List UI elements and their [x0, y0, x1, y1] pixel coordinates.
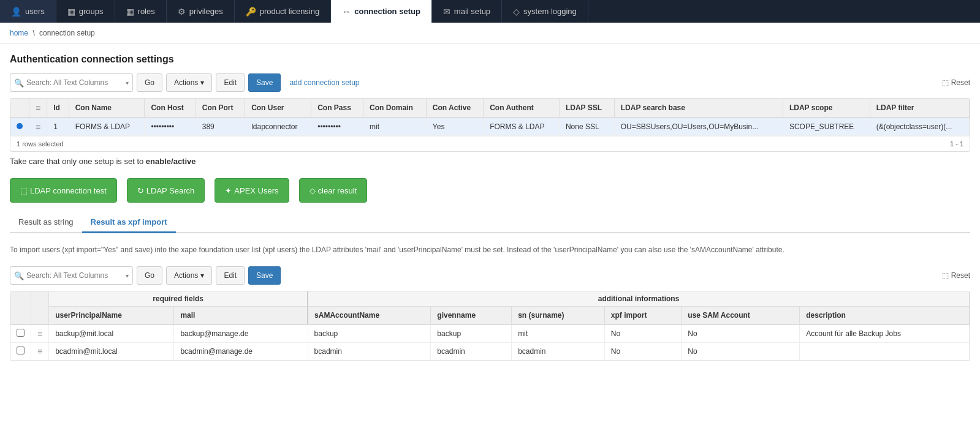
td-ldap-filter: (&(objectclass=user)(...: [870, 118, 969, 136]
ldap-search-icon: ↻: [137, 186, 144, 195]
td2-description-1: Account für alle Backup Jobs: [800, 324, 970, 343]
note-text: Take care that only one setup is set to …: [10, 157, 970, 166]
ldap-search-button[interactable]: ↻ LDAP Search: [127, 178, 205, 203]
note-bold: enable/active: [146, 157, 196, 166]
td2-mail-2: bcadmin@manage.de: [174, 343, 308, 361]
save-button-1[interactable]: Save: [248, 73, 281, 92]
nav-item-users[interactable]: 👤users: [0, 0, 56, 23]
section-title: Authentication connection settings: [10, 54, 970, 65]
td-con-host: •••••••••: [145, 118, 196, 136]
main-content: Authentication connection settings 🔍 ▾ G…: [0, 44, 980, 371]
th2-mail: mail: [174, 307, 308, 325]
nav-item-connection-setup[interactable]: ↔connection setup: [331, 0, 432, 23]
go-button-2[interactable]: Go: [137, 266, 162, 285]
row-checkbox-1[interactable]: [17, 329, 25, 337]
tab-result-string[interactable]: Result as string: [10, 212, 82, 233]
td2-check-1[interactable]: [10, 324, 31, 343]
table-row[interactable]: ≡ backup@mit.local backup@manage.de back…: [10, 324, 970, 343]
nav-icon-groups: ▦: [67, 7, 75, 17]
ldap-test-button[interactable]: ⬚ LDAP connection test: [10, 178, 117, 203]
td-con-port: 389: [196, 118, 245, 136]
nav-icon-mail-setup: ✉: [443, 7, 450, 17]
td-ldap-scope: SCOPE_SUBTREE: [783, 118, 870, 136]
clear-result-icon: ◇: [310, 186, 316, 195]
search-input-2[interactable]: [26, 271, 124, 280]
table-footer-1: 1 rows selected 1 - 1: [10, 136, 970, 151]
td2-givenname-2: bcadmin: [431, 343, 512, 361]
th-id: Id: [47, 99, 69, 118]
td-con-active: Yes: [426, 118, 483, 136]
nav-label-users: users: [25, 7, 45, 16]
td-ldap-ssl: None SSL: [559, 118, 614, 136]
tab-result-xpf[interactable]: Result as xpf import: [82, 212, 176, 233]
nav-label-product-licensing: product licensing: [260, 7, 320, 16]
clear-result-button[interactable]: ◇ clear result: [299, 178, 368, 203]
pagination-label: 1 - 1: [950, 140, 963, 148]
nav-icon-roles: ▦: [126, 7, 134, 17]
th-con-domain: Con Domain: [363, 99, 427, 118]
th2-sam: sAMAccountName: [308, 307, 431, 325]
go-button-1[interactable]: Go: [137, 73, 162, 92]
table-row[interactable]: ≡ 1 FORMS & LDAP ••••••••• 389 ldapconne…: [10, 118, 970, 136]
nav-item-system-logging[interactable]: ◇system logging: [502, 0, 588, 23]
nav-icon-system-logging: ◇: [513, 7, 520, 17]
edit-button-1[interactable]: Edit: [216, 73, 245, 92]
row2-menu-icon-2[interactable]: ≡: [37, 347, 42, 356]
col-menu-icon[interactable]: ≡: [36, 103, 40, 113]
th-ldap-filter: LDAP filter: [870, 99, 969, 118]
table-row[interactable]: ≡ bcadmin@mit.local bcadmin@manage.de bc…: [10, 343, 970, 361]
nav-item-product-licensing[interactable]: 🔑product licensing: [235, 0, 332, 23]
td2-sam-2: bcadmin: [308, 343, 431, 361]
search-caret-icon-2[interactable]: ▾: [126, 272, 129, 279]
nav-item-groups[interactable]: ▦groups: [56, 0, 115, 23]
nav-label-mail-setup: mail setup: [454, 7, 490, 16]
actions-button-2[interactable]: Actions ▾: [166, 266, 212, 285]
breadcrumb-home[interactable]: home: [10, 29, 28, 37]
search-input-1[interactable]: [26, 78, 124, 87]
nav-icon-privileges: ⚙: [178, 7, 186, 17]
edit-button-2[interactable]: Edit: [216, 266, 245, 285]
td2-check-2[interactable]: [10, 343, 31, 361]
apex-users-button[interactable]: ✦ APEX Users: [215, 178, 289, 203]
actions-caret-icon: ▾: [200, 78, 204, 87]
td2-description-2: [800, 343, 970, 361]
th2-givenname: givenname: [431, 307, 512, 325]
add-connection-button[interactable]: add connection setup: [284, 73, 364, 92]
td-con-name: FORMS & LDAP: [69, 118, 145, 136]
import-table-inner: required fields additional informations …: [10, 291, 970, 361]
nav-item-roles[interactable]: ▦roles: [115, 0, 167, 23]
td-con-user: ldapconnector: [245, 118, 311, 136]
search-caret-icon[interactable]: ▾: [126, 80, 129, 86]
th-con-pass: Con Pass: [311, 99, 363, 118]
nav-label-groups: groups: [79, 7, 104, 16]
rows-selected-label: 1 rows selected: [17, 140, 63, 148]
actions-caret-icon-2: ▾: [200, 271, 204, 280]
th2-xpf-import: xpf import: [604, 307, 681, 325]
connection-table-inner: ≡ Id Con Name Con Host Con Port Con User…: [10, 99, 970, 136]
nav-item-mail-setup[interactable]: ✉mail setup: [432, 0, 502, 23]
td-ldap-search-base: OU=SBSUsers,OU=Users,OU=MyBusin...: [614, 118, 783, 136]
nav-label-privileges: privileges: [189, 7, 223, 16]
reset-button-1[interactable]: ⬚ Reset: [942, 78, 970, 87]
td-con-authent: FORMS & LDAP: [484, 118, 560, 136]
row-checkbox-2[interactable]: [17, 347, 25, 354]
nav-bar: 👤users▦groups▦roles⚙privileges🔑product l…: [0, 0, 980, 23]
th-con-name: Con Name: [69, 99, 145, 118]
actions-button-1[interactable]: Actions ▾: [166, 73, 212, 92]
save-button-2[interactable]: Save: [248, 266, 281, 285]
th2-sn: sn (surname): [512, 307, 605, 325]
th2-checkbox: [10, 291, 31, 324]
row-selector-dot: [17, 123, 23, 129]
row-menu-icon[interactable]: ≡: [36, 122, 40, 132]
th-con-user: Con User: [245, 99, 311, 118]
td2-sn-2: bcadmin: [512, 343, 605, 361]
nav-item-privileges[interactable]: ⚙privileges: [167, 0, 235, 23]
reset-button-2[interactable]: ⬚ Reset: [942, 271, 970, 280]
td-menu: ≡: [29, 118, 47, 136]
import-table: required fields additional informations …: [10, 291, 970, 361]
th-con-port: Con Port: [196, 99, 245, 118]
row2-menu-icon-1[interactable]: ≡: [37, 329, 42, 339]
td2-xpf-import-2: No: [604, 343, 681, 361]
td2-sam-1: backup: [308, 324, 431, 343]
th2-use-sam: use SAM Account: [682, 307, 800, 325]
